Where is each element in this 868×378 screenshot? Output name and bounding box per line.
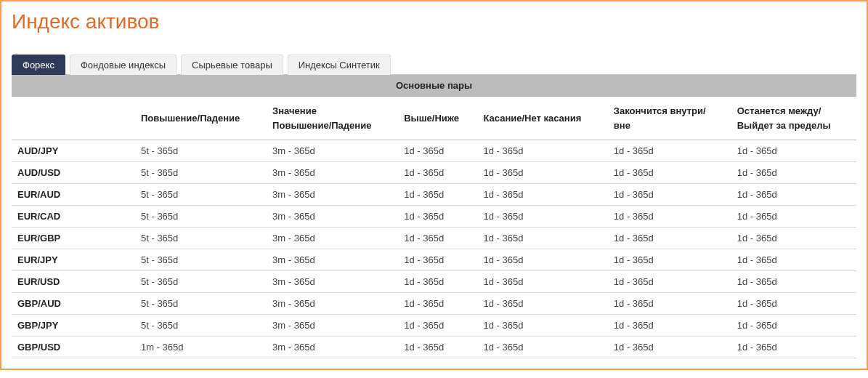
table-row: EUR/USD5t - 365d3m - 365d1d - 365d1d - 3… [12,271,856,293]
data-cell: 1d - 365d [608,206,731,228]
data-cell: 3m - 365d [267,293,398,315]
data-cell: 5t - 365d [135,228,267,249]
page-title: Индекс активов [12,10,856,33]
data-cell: 1d - 365d [608,162,731,184]
table-row: EUR/GBP5t - 365d3m - 365d1d - 365d1d - 3… [12,228,856,249]
data-cell: 1d - 365d [608,184,731,206]
data-cell: 3m - 365d [267,228,398,249]
data-cell: 3m - 365d [267,249,398,271]
col-header-5: Закончится внутри/вне [608,97,731,140]
table-row: GBP/USD1m - 365d3m - 365d1d - 365d1d - 3… [12,337,856,358]
data-cell: 1d - 365d [477,206,607,228]
pair-cell: EUR/AUD [12,184,135,206]
data-cell: 1d - 365d [477,293,607,315]
data-cell: 1d - 365d [398,140,477,162]
data-cell: 5t - 365d [135,271,267,293]
data-cell: 1d - 365d [731,337,856,358]
col-header-2: ЗначениеПовышение/Падение [267,97,398,140]
data-cell: 1d - 365d [477,315,607,337]
data-cell: 1d - 365d [398,162,477,184]
tabs-bar: ФорексФондовые индексыСырьевые товарыИнд… [12,54,856,75]
pair-cell: AUD/USD [12,162,135,184]
col-header-6: Останется между/Выйдет за пределы [731,97,856,140]
data-cell: 1d - 365d [731,162,856,184]
data-cell: 5t - 365d [135,184,267,206]
data-cell: 1d - 365d [608,337,731,358]
table-row: GBP/AUD5t - 365d3m - 365d1d - 365d1d - 3… [12,293,856,315]
pair-cell: EUR/USD [12,271,135,293]
data-cell: 1m - 365d [135,337,267,358]
data-cell: 1d - 365d [477,184,607,206]
data-cell: 3m - 365d [267,184,398,206]
pair-cell: GBP/USD [12,337,135,358]
table-row: AUD/JPY5t - 365d3m - 365d1d - 365d1d - 3… [12,140,856,162]
data-cell: 1d - 365d [731,140,856,162]
data-cell: 1d - 365d [398,249,477,271]
data-cell: 3m - 365d [267,337,398,358]
pair-cell: GBP/JPY [12,315,135,337]
data-cell: 3m - 365d [267,315,398,337]
data-cell: 1d - 365d [608,315,731,337]
data-cell: 5t - 365d [135,293,267,315]
table-row: EUR/AUD5t - 365d3m - 365d1d - 365d1d - 3… [12,184,856,206]
data-cell: 1d - 365d [398,184,477,206]
data-cell: 5t - 365d [135,206,267,228]
data-cell: 5t - 365d [135,315,267,337]
data-cell: 1d - 365d [398,315,477,337]
pair-cell: EUR/CAD [12,206,135,228]
table-row: GBP/JPY5t - 365d3m - 365d1d - 365d1d - 3… [12,315,856,337]
data-cell: 1d - 365d [398,206,477,228]
data-cell: 1d - 365d [731,228,856,249]
col-header-4: Касание/Нет касания [477,97,607,140]
data-cell: 5t - 365d [135,162,267,184]
data-cell: 3m - 365d [267,271,398,293]
pair-cell: AUD/JPY [12,140,135,162]
pair-cell: EUR/JPY [12,249,135,271]
col-header-1: Повышение/Падение [135,97,267,140]
data-cell: 1d - 365d [477,228,607,249]
data-cell: 1d - 365d [731,249,856,271]
col-header-0 [12,97,135,140]
table-header-row: Повышение/ПадениеЗначениеПовышение/Паден… [12,97,856,140]
data-cell: 1d - 365d [398,228,477,249]
data-cell: 3m - 365d [267,162,398,184]
data-cell: 1d - 365d [398,337,477,358]
data-cell: 3m - 365d [267,140,398,162]
data-cell: 1d - 365d [731,271,856,293]
data-cell: 1d - 365d [608,271,731,293]
tab-3[interactable]: Индексы Синтетик [288,55,391,75]
data-cell: 1d - 365d [398,293,477,315]
tab-1[interactable]: Фондовые индексы [70,55,177,75]
table-body: AUD/JPY5t - 365d3m - 365d1d - 365d1d - 3… [12,140,856,358]
section-header: Основные пары [12,75,856,97]
data-cell: 5t - 365d [135,140,267,162]
data-cell: 1d - 365d [398,271,477,293]
data-cell: 1d - 365d [731,315,856,337]
data-cell: 1d - 365d [731,184,856,206]
data-cell: 1d - 365d [608,293,731,315]
data-cell: 1d - 365d [477,337,607,358]
tab-0[interactable]: Форекс [12,55,65,75]
data-cell: 1d - 365d [731,206,856,228]
col-header-3: Выше/Ниже [398,97,477,140]
page-container: Индекс активов ФорексФондовые индексыСыр… [0,0,868,370]
data-cell: 3m - 365d [267,206,398,228]
tab-2[interactable]: Сырьевые товары [181,55,283,75]
pair-cell: EUR/GBP [12,228,135,249]
data-cell: 1d - 365d [477,162,607,184]
pair-cell: GBP/AUD [12,293,135,315]
data-cell: 1d - 365d [477,140,607,162]
data-cell: 1d - 365d [608,228,731,249]
data-cell: 1d - 365d [477,249,607,271]
table-row: EUR/JPY5t - 365d3m - 365d1d - 365d1d - 3… [12,249,856,271]
data-cell: 1d - 365d [608,140,731,162]
data-cell: 1d - 365d [477,271,607,293]
assets-table: Повышение/ПадениеЗначениеПовышение/Паден… [12,97,856,358]
data-cell: 1d - 365d [608,249,731,271]
table-row: EUR/CAD5t - 365d3m - 365d1d - 365d1d - 3… [12,206,856,228]
table-row: AUD/USD5t - 365d3m - 365d1d - 365d1d - 3… [12,162,856,184]
data-cell: 1d - 365d [731,293,856,315]
data-cell: 5t - 365d [135,249,267,271]
table-head: Повышение/ПадениеЗначениеПовышение/Паден… [12,97,856,140]
